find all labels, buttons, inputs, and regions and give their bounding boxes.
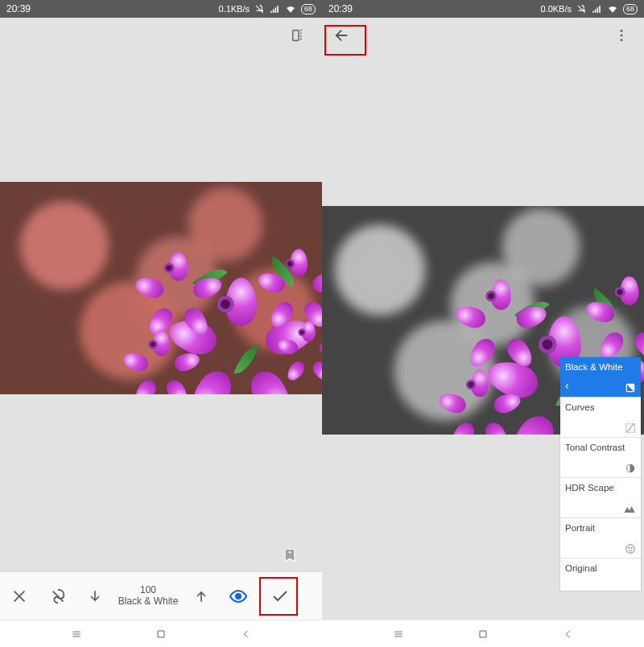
stack-label: Curves [565,402,636,412]
status-battery: 68 [301,4,316,14]
signal-icon [592,4,602,14]
filter-value: 100 [140,585,156,596]
wifi-icon [285,4,296,14]
stack-label: Tonal Contrast [565,443,636,452]
status-time: 20:39 [328,3,353,14]
dnd-icon [576,4,587,14]
recent-apps-icon[interactable] [68,625,85,643]
top-bar [0,18,322,53]
status-battery: 68 [623,4,638,14]
recent-apps-icon[interactable] [390,625,407,643]
filter-indicator: 100 Black & White [113,572,184,620]
svg-point-11 [631,547,632,548]
svg-point-1 [236,594,241,599]
stack-item-hdr[interactable]: HDR Scape [560,478,641,518]
dnd-icon [254,4,265,14]
stack-item-curves[interactable]: Curves [560,398,641,438]
stack-item-portrait[interactable]: Portrait [560,518,641,558]
chevron-left-icon: ‹ [565,379,569,392]
nav-back-icon[interactable] [559,625,577,643]
next-filter-button[interactable] [184,572,219,620]
bookmark-add-icon[interactable] [282,547,298,563]
status-bar: 20:39 0.1KB/s 68 [0,0,322,18]
svg-point-3 [621,30,623,32]
status-bar: 20:39 0.0KB/s 68 [322,0,644,18]
preview-toggle-button[interactable] [219,572,258,620]
more-vert-icon[interactable] [605,19,638,52]
svg-rect-0 [293,31,299,41]
apply-button[interactable] [258,572,303,620]
stack-label: Black & White [565,362,636,372]
android-navbar [0,620,322,647]
tonal-icon [625,463,636,474]
svg-point-10 [629,547,630,548]
hdr-icon [623,505,636,514]
right-screenshot: 20:39 0.0KB/s 68 [322,0,644,647]
top-bar [322,18,644,53]
svg-point-5 [621,39,623,41]
stack-item-bw[interactable]: Black & White ‹ [560,357,641,398]
mask-brush-button[interactable] [39,572,77,620]
stack-label: HDR Scape [565,483,636,492]
close-button[interactable] [0,572,39,620]
android-navbar [322,620,644,647]
nav-back-icon[interactable] [237,625,255,643]
status-time: 20:39 [6,3,31,14]
bw-icon [625,382,636,394]
svg-rect-12 [480,631,486,637]
stack-label: Portrait [565,523,636,533]
curves-icon [625,422,636,434]
signal-icon [270,4,280,14]
image-preview-mask[interactable] [0,182,322,394]
edit-toolbar: 100 Black & White [0,571,322,620]
back-highlight [324,25,366,56]
wifi-icon [607,4,618,14]
stack-label: Original [565,563,636,573]
home-icon[interactable] [152,625,170,643]
apply-highlight [259,577,298,616]
edit-stacks-panel: Black & White ‹ Curves Tonal Contrast H [560,357,641,591]
status-net: 0.1KB/s [218,4,250,14]
stack-item-original[interactable]: Original [560,558,641,591]
home-icon[interactable] [474,625,492,643]
svg-rect-2 [158,631,164,637]
face-icon [625,543,636,554]
svg-point-4 [621,35,623,37]
prev-filter-button[interactable] [77,572,113,620]
compare-icon[interactable] [283,19,316,52]
svg-point-9 [626,545,635,554]
stack-item-tonal[interactable]: Tonal Contrast [560,438,641,478]
filter-label: Black & White [118,596,179,608]
status-net: 0.0KB/s [540,4,572,14]
left-screenshot: 20:39 0.1KB/s 68 [0,0,322,647]
